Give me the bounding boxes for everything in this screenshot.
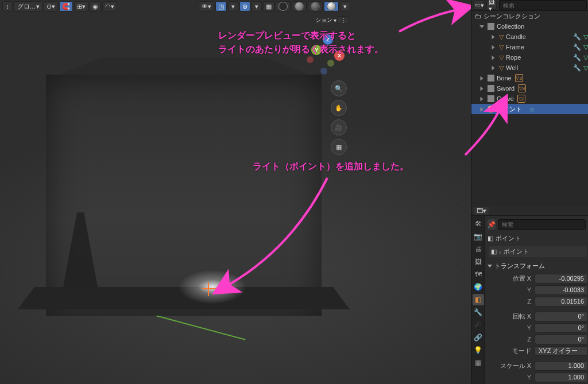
disclosure-icon[interactable]: [481, 96, 483, 101]
rotation-mode-dropdown[interactable]: XYZ オイラー: [535, 346, 588, 356]
disclosure-icon[interactable]: [492, 65, 495, 70]
outliner-label: Collection: [497, 23, 524, 30]
gizmo-x-axis[interactable]: X: [334, 51, 345, 61]
tab-constraints[interactable]: 🔗: [473, 332, 484, 343]
modifier-icon[interactable]: 🔧: [573, 44, 581, 51]
outliner-scene-root[interactable]: 🗀 シーンコレクション: [471, 11, 588, 21]
viewport-3d[interactable]: ↕ グロ… ▾ ⊙▾ 🧲 ⊞▾ ◉ ◠▾ 👁▾ ◳ ▾ ⊚ ▾ ▦ ▾ ション …: [0, 0, 471, 384]
location-z-input[interactable]: 0.01516: [535, 297, 588, 307]
tab-object[interactable]: ◧: [473, 294, 484, 305]
camera-view-button[interactable]: 🎥: [331, 119, 347, 135]
pivot-dropdown[interactable]: ⊙▾: [44, 1, 58, 11]
disclosure-icon[interactable]: [492, 55, 495, 60]
mesh-data-icon[interactable]: ▽: [583, 54, 588, 61]
mesh-data-icon[interactable]: ▽: [583, 33, 588, 41]
disclosure-icon[interactable]: [481, 76, 483, 80]
tab-render[interactable]: 📷: [473, 231, 484, 242]
outliner-collection[interactable]: Collection: [471, 21, 588, 32]
light-data-icon[interactable]: ☼: [529, 106, 535, 113]
tab-modifiers[interactable]: 🔧: [473, 307, 484, 318]
orientation-dropdown[interactable]: グロ… ▾: [14, 1, 42, 11]
field-label: スケール X: [488, 362, 535, 370]
props-breadcrumb-object[interactable]: ◧ ポイント: [488, 233, 588, 244]
outliner-item-point-light[interactable]: ポイント ☼: [471, 104, 588, 114]
mesh-icon: ▽: [499, 44, 504, 51]
field-label: 位置 X: [488, 274, 535, 283]
modifier-icon[interactable]: 🔧: [573, 64, 581, 72]
properties-search-input[interactable]: [498, 219, 586, 230]
modifier-icon[interactable]: 🔧: [573, 54, 581, 61]
outliner-label: Candle: [506, 33, 526, 40]
tab-view-layer[interactable]: 🖼: [473, 256, 484, 267]
outliner-label: Grave: [497, 95, 514, 102]
viewport-header: ↕ グロ… ▾ ⊙▾ 🧲 ⊞▾ ◉ ◠▾: [0, 0, 471, 13]
mesh-icon: ▽: [499, 33, 504, 41]
disclosure-icon[interactable]: [492, 34, 495, 39]
outliner-view-dropdown[interactable]: 🖼▾: [486, 1, 497, 10]
gizmo-neg-x[interactable]: [307, 56, 314, 63]
rotation-x-input[interactable]: 0°: [535, 312, 588, 321]
mesh-icon: ▽: [499, 54, 504, 61]
props-breadcrumb-data[interactable]: ◧› ポイント: [489, 246, 587, 257]
outliner-item[interactable]: ▽Rope🔧▽: [471, 52, 588, 63]
modifier-icon[interactable]: 🔧: [573, 33, 581, 41]
gizmo-neg-y[interactable]: [327, 60, 334, 67]
cursor-3d-icon[interactable]: [202, 282, 216, 296]
snap-type-dropdown[interactable]: ⊞▾: [74, 1, 88, 11]
outliner-collection[interactable]: Bone▽3: [471, 73, 588, 83]
disclosure-icon[interactable]: [481, 107, 483, 111]
location-x-input[interactable]: -0.00295: [535, 274, 588, 284]
collection-icon: [488, 23, 494, 30]
proportional-edit-toggle[interactable]: ◉: [90, 1, 101, 11]
field-label: Z: [488, 336, 535, 343]
disclosure-icon[interactable]: [488, 265, 492, 267]
chevron-down-icon: ▾: [334, 17, 336, 24]
rotation-y-input[interactable]: 0°: [535, 323, 588, 333]
snap-toggle[interactable]: 🧲: [59, 1, 73, 11]
disclosure-icon[interactable]: [492, 45, 495, 49]
mesh-data-icon[interactable]: ▽: [583, 44, 588, 51]
gizmo-neg-z[interactable]: [320, 68, 327, 75]
tab-scene[interactable]: 🗺: [473, 269, 484, 280]
location-y-input[interactable]: -0.0033: [535, 285, 588, 295]
outliner-item[interactable]: ▽Frame🔧▽: [471, 42, 588, 52]
outliner-header: ≔▾ 🖼▾: [471, 0, 588, 11]
nav-gizmo[interactable]: Z Y X: [304, 34, 345, 75]
scale-y-input[interactable]: 1.000: [535, 373, 588, 382]
tab-data[interactable]: 💡: [473, 344, 484, 356]
outliner-label: Sword: [497, 85, 514, 92]
outliner[interactable]: 🗀 シーンコレクション Collection ▽Candle🔧▽ ▽Frame🔧…: [471, 11, 588, 206]
outliner-collection[interactable]: Sword▽4: [471, 83, 588, 94]
outliner-item[interactable]: ▽Candle🔧▽: [471, 32, 588, 42]
disclosure-icon[interactable]: [481, 86, 483, 91]
tab-tool[interactable]: 🛠: [473, 218, 484, 230]
gizmo-y-axis[interactable]: Y: [311, 45, 322, 55]
zoom-button[interactable]: 🔍: [331, 80, 347, 96]
tab-texture[interactable]: ▦: [473, 357, 484, 369]
outliner-search-input[interactable]: [499, 0, 587, 10]
disclosure-icon[interactable]: [479, 25, 484, 28]
panel-transform-header[interactable]: トランスフォーム: [488, 259, 588, 273]
tab-physics[interactable]: ☄: [473, 319, 484, 331]
outliner-display-mode[interactable]: ≔▾: [474, 1, 484, 10]
outliner-item[interactable]: ▽Well🔧▽: [471, 63, 588, 73]
proportional-falloff-dropdown[interactable]: ◠▾: [102, 1, 117, 11]
properties-editor-dropdown[interactable]: 🗔▾: [474, 206, 489, 215]
filter-icon[interactable]: ⋮: [338, 16, 349, 24]
perspective-toggle[interactable]: ▦: [331, 139, 347, 155]
collection-icon: [488, 85, 494, 92]
pin-button[interactable]: 📌: [488, 219, 496, 230]
viewport-nav-tools: 🔍 ✋ 🎥 ▦: [331, 80, 347, 155]
outliner-collection[interactable]: Grave▽2: [471, 94, 588, 104]
rotation-z-input[interactable]: 0°: [535, 335, 588, 344]
gizmo-z-axis[interactable]: Z: [323, 34, 333, 45]
pan-button[interactable]: ✋: [331, 100, 347, 116]
tab-output[interactable]: 🖨: [473, 243, 484, 255]
viewport-options[interactable]: ション ▾ ⋮: [315, 16, 349, 24]
scale-x-input[interactable]: 1.000: [535, 361, 588, 371]
properties-panel: 🛠 📷 🖨 🖼 🗺 🌍 ◧ 🔧 ☄ 🔗 💡 ▦ 📌 ◧ ポイント ◧›: [471, 216, 588, 384]
object-icon: ◧: [488, 235, 493, 242]
interaction-mode-button[interactable]: ↕: [2, 1, 13, 11]
mesh-data-icon[interactable]: ▽: [583, 64, 588, 72]
tab-world[interactable]: 🌍: [473, 281, 484, 293]
